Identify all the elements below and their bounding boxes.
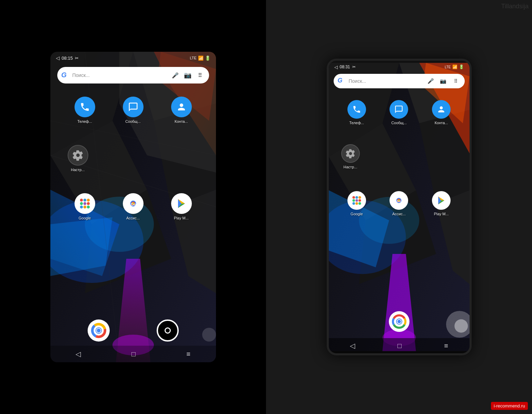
lens-icon-left[interactable]: 📷: [183, 70, 193, 80]
app-contacts-left[interactable]: Конта...: [171, 97, 192, 124]
app-settings-right[interactable]: Настр...: [341, 144, 360, 169]
svg-text:Go: Go: [397, 199, 401, 203]
playstore-label-left: Play М...: [174, 216, 189, 220]
phone-icon-left: [75, 97, 95, 117]
svg-point-64: [352, 199, 355, 202]
app-playstore-left[interactable]: Play М...: [171, 193, 192, 220]
app-assistant-left[interactable]: Go Ассис...: [123, 193, 144, 220]
mic-icon-right[interactable]: 🎤: [426, 76, 436, 86]
watermark: Tillandsija: [501, 3, 529, 10]
svg-point-21: [83, 199, 86, 202]
playstore-label-right: Play М...: [434, 212, 449, 216]
recents-button-right[interactable]: ≡: [444, 342, 448, 350]
app-row-2-left: Настр...: [50, 141, 216, 175]
svg-point-69: [358, 202, 361, 205]
status-right-right: LTE 📶 🔋: [445, 65, 464, 69]
assistant-label-left: Ассис...: [126, 216, 140, 220]
apps-grid-icon-right[interactable]: ⠿: [451, 76, 461, 86]
svg-point-26: [80, 206, 83, 209]
tools-icon: ✂: [75, 56, 79, 61]
back-button-left[interactable]: ◁: [76, 350, 81, 358]
svg-point-65: [355, 199, 358, 202]
back-button-right[interactable]: ◁: [350, 342, 355, 350]
app-phone-right[interactable]: Телеф...: [347, 100, 366, 125]
app-messages-right[interactable]: Сообщ...: [390, 100, 408, 125]
app-row-1-right: Телеф... Сообщ... Конта...: [329, 97, 470, 128]
apps-grid-icon-left[interactable]: ⠿: [195, 70, 205, 80]
signal-bars-right: 📶: [452, 65, 457, 69]
dock-right: [329, 311, 470, 332]
assistant-icon-right: Go: [390, 191, 408, 210]
svg-point-22: [87, 199, 89, 202]
signal-bars-left: 📶: [198, 56, 204, 61]
app-messages-left[interactable]: Сообщ...: [123, 97, 144, 124]
battery-right: 🔋: [459, 65, 464, 69]
recents-button-left[interactable]: ≡: [186, 350, 190, 358]
app-playstore-right[interactable]: Play М...: [432, 191, 451, 216]
google-label-left: Google: [79, 216, 91, 220]
status-left: ◁ 08:15 ✂: [56, 55, 79, 61]
back-arrow-status-right: ◁: [334, 65, 338, 70]
svg-text:Go: Go: [130, 202, 136, 206]
back-arrow-status: ◁: [56, 55, 60, 61]
app-assistant-right[interactable]: Go Ассис...: [390, 191, 408, 216]
app-row-3-left: Google Go Ассис...: [50, 190, 216, 224]
settings-label-right: Настр...: [344, 165, 357, 169]
svg-point-63: [358, 196, 361, 199]
app-chrome-left[interactable]: [88, 319, 110, 342]
time-right: 08:31: [340, 65, 350, 69]
contacts-icon-left: [171, 97, 192, 117]
search-input-left[interactable]: Поиск...: [72, 72, 168, 78]
app-settings-left[interactable]: Настр...: [68, 145, 88, 172]
home-button-left[interactable]: □: [131, 350, 136, 358]
messages-icon-right: [390, 100, 408, 119]
nav-bar-right: ◁ □ ≡: [329, 338, 470, 353]
assistant-label-right: Ассис...: [392, 212, 406, 216]
svg-point-28: [87, 206, 89, 209]
settings-icon-left: [68, 145, 88, 166]
status-left-right: ◁ 08:31 ✂: [334, 65, 356, 70]
lte-icon-right: LTE: [445, 65, 451, 69]
settings-icon-right: [341, 144, 360, 163]
app-google-left[interactable]: Google: [75, 193, 95, 220]
dock-left: [50, 319, 216, 342]
settings-label-left: Настр...: [71, 168, 85, 172]
google-g-logo-left: G: [61, 71, 70, 79]
home-button-right[interactable]: □: [397, 342, 402, 350]
playstore-icon-left: [171, 193, 192, 214]
contacts-label-right: Конта...: [435, 121, 448, 125]
svg-point-62: [355, 196, 358, 199]
search-bar-right[interactable]: G Поиск... 🎤 📷 ⠿: [334, 74, 465, 88]
chrome-icon-right: [389, 311, 410, 332]
time-left: 08:15: [62, 56, 73, 61]
lens-icon-right[interactable]: 📷: [439, 76, 448, 86]
status-right-left: LTE 📶 🔋: [190, 56, 210, 61]
messages-label-left: Сообщ...: [125, 119, 141, 124]
svg-point-61: [352, 196, 355, 199]
search-input-right[interactable]: Поиск...: [349, 78, 423, 84]
contacts-icon-right: [432, 100, 451, 119]
recommend-badge: i-recommend.ru: [491, 402, 528, 410]
right-phone-section: ◁ 08:31 ✂ LTE 📶 🔋 G Поиск... 🎤 📷 ⠿: [266, 0, 532, 414]
app-chrome-right[interactable]: [389, 311, 410, 332]
search-bar-left[interactable]: G Поиск... 🎤 📷 ⠿: [57, 67, 209, 83]
app-contacts-right[interactable]: Конта...: [432, 100, 451, 125]
camera-icon-left: [157, 319, 179, 342]
right-phone-screen: ◁ 08:31 ✂ LTE 📶 🔋 G Поиск... 🎤 📷 ⠿: [327, 59, 472, 355]
lte-icon: LTE: [190, 56, 196, 60]
status-bar-left: ◁ 08:15 ✂ LTE 📶 🔋: [50, 52, 216, 64]
left-phone-screen: ◁ 08:15 ✂ LTE 📶 🔋 G Поиск... 🎤 📷 ⠿: [50, 52, 216, 362]
playstore-icon-right: [432, 191, 451, 210]
svg-point-25: [87, 202, 89, 205]
svg-point-20: [80, 199, 83, 202]
app-google-right[interactable]: Google: [347, 191, 366, 216]
assistant-icon-left: Go: [123, 193, 144, 214]
app-row-3-right: Google Go Ассис...: [329, 188, 470, 219]
phone-icon-right: [347, 100, 366, 119]
left-phone-section: ◁ 08:15 ✂ LTE 📶 🔋 G Поиск... 🎤 📷 ⠿: [0, 0, 266, 414]
app-camera-left[interactable]: [157, 319, 179, 342]
app-phone-left[interactable]: Телеф...: [75, 97, 95, 124]
mic-icon-left[interactable]: 🎤: [170, 70, 180, 80]
google-label-right: Google: [351, 212, 363, 216]
status-bar-right: ◁ 08:31 ✂ LTE 📶 🔋: [329, 61, 470, 73]
